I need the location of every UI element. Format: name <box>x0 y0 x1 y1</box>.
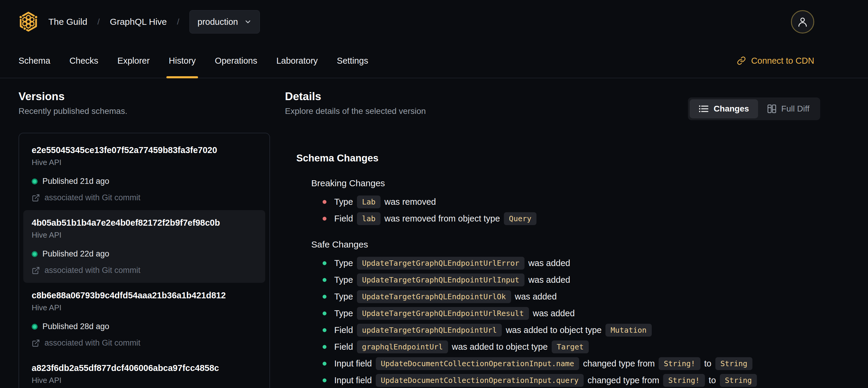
versions-subtitle: Recently published schemas. <box>19 107 270 116</box>
details-title-block: Details Explore details of the selected … <box>285 78 426 116</box>
change-text: FieldupdateTargetGraphQLEndpointUrlwas a… <box>334 324 656 336</box>
code-badge: UpdateTargetGraphQLEndpointUrlOk <box>357 290 511 303</box>
list-icon <box>699 104 709 113</box>
hive-logo[interactable] <box>19 12 38 32</box>
breadcrumb-separator: / <box>97 17 100 27</box>
tab-settings[interactable]: Settings <box>337 43 368 78</box>
change-text: TypeUpdateTargetGraphQLEndpointUrlOkwas … <box>334 290 557 303</box>
published-row: Published 21d ago <box>32 177 257 186</box>
code-badge: updateTargetGraphQLEndpointUrl <box>357 324 502 336</box>
version-service: Hive API <box>32 303 257 312</box>
schema-changes-title: Schema Changes <box>296 152 820 164</box>
version-hash: e2e55045345ce13fe07f52a77459b83fa3fe7020 <box>32 145 257 155</box>
code-badge: String! <box>663 374 705 387</box>
change-text: Input fieldUpdateDocumentCollectionOpera… <box>334 374 761 387</box>
change-item: FieldupdateTargetGraphQLEndpointUrlwas a… <box>322 324 820 336</box>
bullet-icon <box>322 379 327 382</box>
view-toggle-label: Full Diff <box>781 104 809 114</box>
commit-note-label: associated with Git commit <box>44 266 141 275</box>
code-badge: String <box>715 357 752 370</box>
change-text: TypeUpdateTargetGraphQLEndpointUrlResult… <box>334 307 575 320</box>
connect-to-cdn-label: Connect to CDN <box>751 56 814 66</box>
chevron-down-icon <box>244 18 252 26</box>
version-card[interactable]: a823f6db2a55df877dcf406006abca97fcc4858c… <box>23 355 265 388</box>
bullet-icon <box>322 295 327 299</box>
external-link-icon <box>32 266 40 275</box>
change-text: TypeUpdateTargetGraphQLEndpointUrlErrorw… <box>334 257 570 270</box>
change-text: Fieldlabwas removed from object typeQuer… <box>334 212 540 225</box>
change-text-segment: Type <box>334 275 353 285</box>
commit-row[interactable]: associated with Git commit <box>32 266 257 275</box>
user-avatar[interactable] <box>791 10 814 33</box>
version-card[interactable]: e2e55045345ce13fe07f52a77459b83fa3fe7020… <box>23 138 265 210</box>
change-text: TypeUpdateTargetGraphQLEndpointUrlInputw… <box>334 273 570 287</box>
change-text-segment: Type <box>334 308 353 318</box>
change-item: Input fieldUpdateDocumentCollectionOpera… <box>322 357 820 370</box>
published-status-dot <box>32 251 38 257</box>
external-link-icon <box>32 339 40 347</box>
version-card[interactable]: c8b6e88a06793b9c4dfd54aaa21b36a1b421d812… <box>23 283 265 355</box>
code-badge: String! <box>659 357 700 370</box>
change-text-segment: to <box>709 376 716 385</box>
bullet-icon <box>322 345 327 349</box>
change-text: TypeLabwas removed <box>334 196 436 208</box>
change-text-segment: was added <box>515 292 557 302</box>
change-text-segment: Type <box>334 292 353 302</box>
commit-row[interactable]: associated with Git commit <box>32 193 257 202</box>
breadcrumb-project[interactable]: GraphQL Hive <box>110 17 167 27</box>
code-badge: Lab <box>357 196 380 208</box>
details-header: Details Explore details of the selected … <box>285 78 820 120</box>
tab-laboratory[interactable]: Laboratory <box>276 43 318 78</box>
version-hash: c8b6e88a06793b9c4dfd54aaa21b36a1b421d812 <box>32 291 257 300</box>
change-text-segment: was added <box>528 275 570 285</box>
published-row: Published 22d ago <box>32 249 257 259</box>
tab-history[interactable]: History <box>169 43 196 78</box>
published-status-dot <box>32 178 38 184</box>
tab-operations[interactable]: Operations <box>215 43 257 78</box>
bullet-icon <box>322 278 327 282</box>
change-text-segment: Field <box>334 325 353 335</box>
external-link-icon <box>32 194 40 202</box>
connect-to-cdn-link[interactable]: Connect to CDN <box>737 56 814 66</box>
code-badge: lab <box>357 212 380 225</box>
change-item: TypeUpdateTargetGraphQLEndpointUrlOkwas … <box>322 290 820 303</box>
view-toggle-label: Changes <box>714 104 749 114</box>
change-list-safe: TypeUpdateTargetGraphQLEndpointUrlErrorw… <box>311 257 820 387</box>
change-item: TypeLabwas removed <box>322 196 820 208</box>
target-selector-button[interactable]: production <box>189 10 259 33</box>
tab-explorer[interactable]: Explorer <box>117 43 150 78</box>
target-selector-value: production <box>197 17 238 27</box>
nav-tabs: SchemaChecksExplorerHistoryOperationsLab… <box>19 43 388 78</box>
version-card[interactable]: 4b05ab51b1b4a7e2e4b0ef82172f2b9f7ef98c0b… <box>23 210 265 283</box>
change-item: TypeUpdateTargetGraphQLEndpointUrlResult… <box>322 307 820 320</box>
versions-panel: Versions Recently published schemas. e2e… <box>19 78 270 388</box>
code-badge: UpdateTargetGraphQLEndpointUrlInput <box>357 273 525 287</box>
bullet-icon <box>322 328 327 332</box>
change-text-segment: Type <box>334 197 353 207</box>
code-badge: UpdateDocumentCollectionOperationInput.q… <box>376 374 584 387</box>
commit-note-label: associated with Git commit <box>44 193 141 202</box>
change-text-segment: was removed <box>384 197 436 207</box>
tab-schema[interactable]: Schema <box>19 43 50 78</box>
version-hash: 4b05ab51b1b4a7e2e4b0ef82172f2b9f7ef98c0b <box>32 218 257 228</box>
code-badge: UpdateTargetGraphQLEndpointUrlResult <box>357 307 529 320</box>
view-toggle-group: Changes Full Diff <box>688 97 820 120</box>
view-toggle-changes[interactable]: Changes <box>690 99 758 118</box>
change-text-segment: was removed from object type <box>384 214 500 223</box>
bullet-icon <box>322 311 327 316</box>
change-text-segment: Input field <box>334 359 372 368</box>
change-item: Input fieldUpdateDocumentCollectionOpera… <box>322 374 820 387</box>
change-text-segment: Field <box>334 214 353 223</box>
published-label: Published 21d ago <box>42 177 109 186</box>
view-toggle-full-diff[interactable]: Full Diff <box>758 99 818 118</box>
published-row: Published 28d ago <box>32 322 257 331</box>
published-status-dot <box>32 324 38 330</box>
change-item: TypeUpdateTargetGraphQLEndpointUrlInputw… <box>322 273 820 287</box>
versions-title: Versions <box>19 90 270 103</box>
commit-row[interactable]: associated with Git commit <box>32 338 257 348</box>
page-content: Versions Recently published schemas. e2e… <box>0 78 868 388</box>
change-group-title: Breaking Changes <box>311 178 820 188</box>
change-group-title: Safe Changes <box>311 239 820 249</box>
tab-checks[interactable]: Checks <box>69 43 98 78</box>
breadcrumb-org[interactable]: The Guild <box>49 17 87 27</box>
